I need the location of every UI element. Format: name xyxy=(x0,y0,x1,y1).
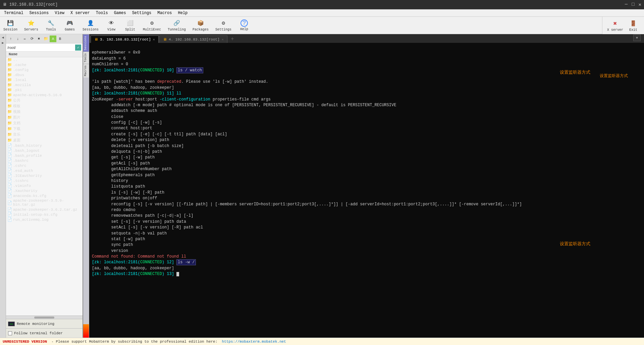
tab-3[interactable]: 🖥 3. 192.168.83.132[root] ✕ xyxy=(91,36,159,43)
tree-item-tcshrc[interactable]: 📄.tcshrc xyxy=(6,178,83,183)
toolbar-multiexec[interactable]: ⚙ MultiExec xyxy=(142,18,162,32)
menu-macros[interactable]: Macros xyxy=(155,10,174,16)
nav-left-icon[interactable]: ◀ xyxy=(1,35,4,40)
tree-item-esd-auth[interactable]: 📄.esd_auth xyxy=(6,168,83,173)
tab-4-label: 4. 192.168.83.132[root] xyxy=(169,38,220,42)
tree-item-desktop[interactable]: 📁桌面 xyxy=(6,137,83,143)
fp-a-btn[interactable]: A xyxy=(50,36,56,42)
multiexec-icon: ⚙ xyxy=(148,19,156,27)
toolbar-tunneling[interactable]: 🔗 Tunneling xyxy=(167,18,186,32)
menu-settings[interactable]: Settings xyxy=(129,10,154,16)
toolbar-games[interactable]: 🎮 Games xyxy=(63,18,76,32)
fp-up-btn[interactable]: ↑ xyxy=(7,36,14,42)
tree-item-documents[interactable]: 📁文档 xyxy=(6,120,83,126)
close-button[interactable]: ✕ xyxy=(639,2,641,7)
toolbar-sessions2[interactable]: 👤 Sessions xyxy=(82,18,99,32)
tree-item-templates[interactable]: 📁模板 xyxy=(6,103,83,109)
terminal-output[interactable]: ephemeralOwner = 0x0 dataLength = 6 numC… xyxy=(89,43,644,338)
toolbar-games-label: Games xyxy=(65,28,75,31)
toolbar-settings[interactable]: ⚙ Settings xyxy=(215,18,232,32)
tab-4-close[interactable]: ✕ xyxy=(222,38,224,42)
vert-tab-tools[interactable]: Tools xyxy=(83,52,89,64)
tree-item-activemq-log[interactable]: 📄run_activemq.log xyxy=(6,217,83,222)
tab-scroll-btn[interactable]: ▼ xyxy=(633,34,641,41)
fp-edit-btn[interactable]: ✏ xyxy=(21,36,28,42)
menu-sessions[interactable]: Sessions xyxy=(27,10,52,16)
toolbar-tools[interactable]: 🔧 Tools xyxy=(44,18,58,32)
toolbar-view[interactable]: 👁 View xyxy=(105,18,118,32)
toolbar-xserver[interactable]: ✖ X server xyxy=(606,19,624,32)
monitor-icon xyxy=(8,322,15,326)
menu-tools[interactable]: Tools xyxy=(93,10,111,16)
path-ok-btn[interactable]: ✓ xyxy=(75,45,81,51)
tree-item-initial-setup[interactable]: 📄initial-setup-ks.cfg xyxy=(6,212,83,217)
tree-item-xauthority[interactable]: 📄.Xauthority xyxy=(6,188,83,193)
file-icon: 📄 xyxy=(7,174,12,178)
tab-4[interactable]: 🖥 4. 192.168.83.132[root] ✕ xyxy=(159,36,227,43)
menu-xserver[interactable]: X server xyxy=(68,10,93,16)
vert-tab-macros[interactable]: Macros xyxy=(83,64,89,77)
fp-down-btn[interactable]: ↓ xyxy=(14,36,21,42)
menu-help[interactable]: Help xyxy=(175,10,191,16)
tree-item-bash-logout[interactable]: 📄.bash_logout xyxy=(6,148,83,153)
fp-b-btn[interactable]: B xyxy=(57,36,63,42)
nav-right-icon[interactable]: ▶ xyxy=(1,40,4,46)
vert-tab-sessions[interactable]: Sessions xyxy=(83,34,89,52)
toolbar-packages[interactable]: 📦 Packages xyxy=(192,18,209,32)
toolbar-exit-label: Exit xyxy=(629,28,637,32)
tree-item-pictures[interactable]: 📁图片 xyxy=(6,115,83,120)
add-tab-btn[interactable]: + xyxy=(229,36,236,43)
toolbar-session[interactable]: 💾 Session xyxy=(3,18,18,32)
tree-item-pki[interactable]: 📁.pki xyxy=(6,87,83,92)
toolbar-servers[interactable]: ⭐ Servers xyxy=(23,18,39,32)
tree-item-bash-profile[interactable]: 📄.bash_profile xyxy=(6,153,83,158)
tunneling-icon: 🔗 xyxy=(173,19,181,27)
tree-item-anaconda-cfg[interactable]: 📄anaconda-ks.cfg xyxy=(6,193,83,198)
tree-item-bash-history[interactable]: 📄.bash_history xyxy=(6,143,83,148)
folder-icon: 📁 xyxy=(7,104,12,108)
fp-folder-btn[interactable]: 📁 xyxy=(43,36,49,42)
games-icon: 🎮 xyxy=(66,19,74,27)
tree-item-downloads[interactable]: 📁下载 xyxy=(6,126,83,132)
fp-refresh-btn[interactable]: ⟳ xyxy=(29,36,35,42)
tree-item-bashrc[interactable]: 📄.bashrc xyxy=(6,158,83,163)
file-panel-scrollbar[interactable] xyxy=(6,316,83,319)
tree-item-viminfo[interactable]: 📄.viminfo xyxy=(6,183,83,188)
tree-item-zk362[interactable]: 📄apache-zookeeper-3.6.2.tar.gz xyxy=(6,207,83,212)
tree-item-activemq[interactable]: 📁apache-activemq-5.16.0 xyxy=(6,92,83,97)
tree-item-videos[interactable]: 📁视频 xyxy=(6,109,83,115)
menu-games[interactable]: Games xyxy=(111,10,129,16)
tree-item-iceauthority[interactable]: 📄.ICEauthority xyxy=(6,173,83,178)
remote-monitoring-label[interactable]: Remote monitoring xyxy=(17,322,54,326)
tree-item-dotdot[interactable]: 📁.. xyxy=(6,57,83,62)
tree-item-mozilla[interactable]: 📁.mozilla xyxy=(6,82,83,87)
tree-item-cache[interactable]: 📁.cache xyxy=(6,62,83,67)
tree-item-zk359[interactable]: 📄apache-zookeeper-3.5.9-bin.tar.gz xyxy=(6,198,83,207)
tree-item-public[interactable]: 📁公共 xyxy=(6,97,83,103)
file-tree[interactable]: 📁.. 📁.cache 📁.config 📁.dbus 📁.local 📁.mo… xyxy=(6,57,83,316)
title-bar-left: 🖥 192.168.83.132[root] xyxy=(3,2,58,7)
session-icon: 💾 xyxy=(6,19,14,27)
fp-close-btn[interactable]: ✖ xyxy=(36,36,42,42)
tree-item-dbus[interactable]: 📁.dbus xyxy=(6,72,83,77)
minimize-button[interactable]: ─ xyxy=(625,2,628,7)
menu-view[interactable]: View xyxy=(52,10,67,16)
tree-item-music[interactable]: 📁音乐 xyxy=(6,132,83,137)
toolbar-exit[interactable]: 🚪 Exit xyxy=(627,19,640,32)
toolbar-packages-label: Packages xyxy=(193,28,209,31)
folder-icon: 📁 xyxy=(7,63,12,67)
path-input[interactable] xyxy=(7,46,75,50)
unregistered-label: UNREGISTERED VERSION xyxy=(3,340,47,344)
tab-3-close[interactable]: ✕ xyxy=(153,38,155,42)
follow-folder-checkbox[interactable] xyxy=(8,331,12,335)
tree-item-local[interactable]: 📁.local xyxy=(6,77,83,82)
mobatek-link[interactable]: https://mobaxterm.mobatek.net xyxy=(222,340,286,344)
toolbar-split[interactable]: ⬜ Split xyxy=(123,18,137,32)
toolbar-help[interactable]: ? Help xyxy=(237,19,251,32)
tree-item-config[interactable]: 📁.config xyxy=(6,67,83,72)
file-icon: 📄 xyxy=(7,153,12,158)
tree-item-cshrc[interactable]: 📄.cshrc xyxy=(6,163,83,168)
folder-icon: 📁 xyxy=(7,115,12,120)
maximize-button[interactable]: □ xyxy=(632,2,634,7)
menu-terminal[interactable]: Terminal xyxy=(1,10,26,16)
